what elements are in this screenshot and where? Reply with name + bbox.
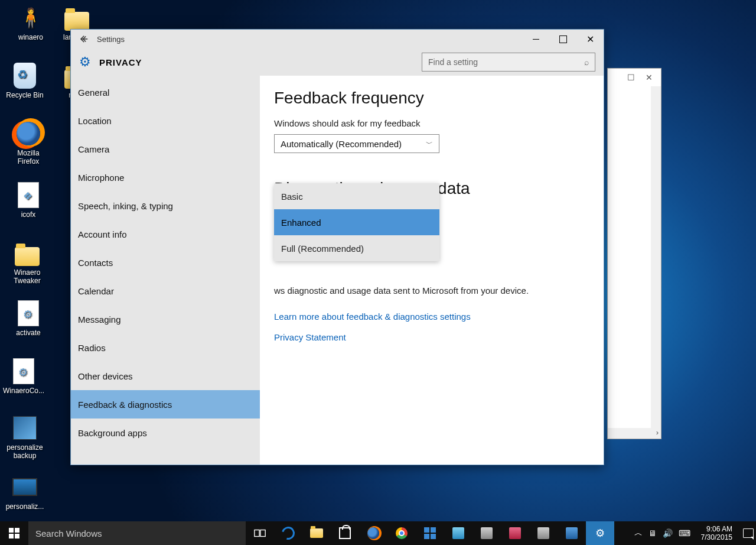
background-window: ☐ ✕ › — [607, 68, 662, 439]
sidebar-item-account[interactable]: Account info — [71, 220, 260, 248]
back-button[interactable] — [76, 30, 93, 48]
privacy-statement-link[interactable]: Privacy Statement — [274, 332, 589, 342]
file-icon: ⚙ — [9, 357, 38, 385]
desktop-icon-winaero[interactable]: 🧍 winaero — [8, 4, 53, 41]
sidebar-item-microphone[interactable]: Microphone — [71, 163, 260, 192]
dropdown-option-enhanced[interactable]: Enhanced — [274, 209, 439, 235]
settings-header: ⚙ PRIVACY Find a setting ⌕ — [71, 48, 604, 76]
settings-window: Settings ✕ ⚙ PRIVACY Find a setting ⌕ Ge… — [70, 29, 604, 465]
sidebar-item-background-apps[interactable]: Background apps — [71, 419, 260, 447]
settings-content: Feedback frequency Windows should ask fo… — [260, 76, 604, 465]
feedback-label: Windows should ask for my feedback — [274, 118, 589, 128]
monitor-icon — [11, 473, 39, 501]
feedback-frequency-dropdown[interactable]: Automatically (Recommended) ﹀ — [274, 134, 439, 153]
diagnostic-description: ws diagnostic and usage data sent to Mic… — [274, 284, 589, 297]
window-controls: ✕ — [522, 30, 604, 48]
arrow-left-icon — [79, 34, 90, 44]
folder-icon — [13, 239, 41, 267]
sidebar-item-calendar[interactable]: Calendar — [71, 277, 260, 305]
taskbar-app-2[interactable] — [472, 521, 501, 545]
sidebar-item-location[interactable]: Location — [71, 106, 260, 135]
search-input[interactable]: Find a setting ⌕ — [422, 53, 595, 72]
sidebar-item-label: Microphone — [78, 173, 124, 183]
taskbar-app-settings[interactable]: ⚙ — [586, 521, 614, 545]
action-center-icon[interactable] — [743, 528, 754, 538]
cube-icon — [11, 414, 39, 442]
tray-clock[interactable]: 9:06 AM 7/30/2015 — [696, 525, 737, 541]
sidebar-item-messaging[interactable]: Messaging — [71, 305, 260, 333]
dropdown-option-full[interactable]: Full (Recommended) — [274, 235, 439, 261]
sidebar-item-label: Feedback & diagnostics — [78, 400, 172, 410]
sidebar-item-feedback[interactable]: Feedback & diagnostics — [71, 390, 260, 419]
desktop-icon-label: Mozilla Firefox — [17, 149, 39, 166]
firefox-icon — [14, 119, 43, 148]
app-icon — [452, 527, 464, 539]
firefox-icon — [367, 527, 379, 539]
dropdown-value: Automatically (Recommended) — [281, 139, 402, 149]
tray-volume-icon[interactable]: 🔊 — [663, 528, 673, 538]
task-view-button[interactable] — [246, 521, 274, 545]
maximize-button[interactable] — [549, 30, 576, 48]
desktop-icon-winaeroco[interactable]: ⚙ WinaeroCo... — [1, 357, 46, 395]
desktop-icon-firefox[interactable]: Mozilla Firefox — [6, 119, 51, 166]
taskbar-app-explorer[interactable] — [302, 521, 331, 545]
close-icon[interactable]: ✕ — [646, 73, 653, 82]
chrome-icon — [396, 527, 408, 539]
taskbar-app-store[interactable] — [331, 521, 359, 545]
sidebar-item-camera[interactable]: Camera — [71, 135, 260, 163]
taskbar-app-5[interactable] — [558, 521, 586, 545]
diagnostic-dropdown-popup: Basic Enhanced Full (Recommended) — [274, 183, 439, 261]
windows-logo-icon — [9, 528, 19, 538]
learn-more-link[interactable]: Learn more about feedback & diagnostics … — [274, 312, 589, 322]
page-title: PRIVACY — [99, 57, 142, 67]
desktop-icon-recycle-bin[interactable]: Recycle Bin — [2, 61, 47, 99]
sidebar-item-other-devices[interactable]: Other devices — [71, 362, 260, 390]
taskbar-search[interactable]: Search Windows — [28, 521, 246, 545]
desktop-icon-winaero-tweaker[interactable]: Winaero Tweaker — [5, 239, 50, 285]
taskbar-app-chrome[interactable] — [387, 521, 416, 545]
minimize-button[interactable] — [522, 30, 549, 48]
desktop-icon-activate[interactable]: ⚙ activate — [6, 299, 51, 337]
system-tray: ︿ 🖥 🔊 ⌨ 9:06 AM 7/30/2015 — [634, 525, 756, 541]
desktop-icon-icofx[interactable]: ❖ icofx — [6, 181, 51, 219]
task-view-icon — [253, 527, 266, 540]
close-button[interactable]: ✕ — [576, 30, 604, 48]
app-icon — [537, 527, 549, 539]
chevron-down-icon: ﹀ — [426, 139, 433, 149]
app-icon — [481, 527, 493, 539]
sidebar-item-radios[interactable]: Radios — [71, 333, 260, 362]
sidebar-item-label: Camera — [78, 144, 109, 154]
sidebar-item-label: Location — [78, 116, 112, 126]
desktop-icon-label: icofx — [21, 210, 36, 219]
taskbar-app-1[interactable] — [444, 521, 472, 545]
gear-icon: ⚙ — [79, 54, 91, 70]
dropdown-option-label: Enhanced — [281, 218, 321, 228]
titlebar[interactable]: Settings ✕ — [71, 30, 604, 48]
desktop-icon-personaliz[interactable]: personaliz... — [2, 473, 47, 511]
taskbar: Search Windows ⚙ ︿ 🖥 🔊 ⌨ 9:06 AM 7/30/20… — [0, 521, 756, 545]
svg-rect-1 — [260, 530, 265, 537]
taskbar-app-firefox[interactable] — [359, 521, 387, 545]
maximize-icon[interactable]: ☐ — [627, 73, 635, 82]
sidebar-item-label: Calendar — [78, 286, 114, 296]
tray-screen-icon[interactable]: 🖥 — [649, 528, 657, 538]
start-button[interactable] — [0, 521, 28, 545]
sidebar-item-speech[interactable]: Speech, inking, & typing — [71, 192, 260, 220]
taskbar-app-edge[interactable] — [274, 521, 302, 545]
scrollbar-vertical[interactable] — [651, 86, 661, 428]
sidebar-item-general[interactable]: General — [71, 78, 260, 106]
desktop-icon-personalize-backup[interactable]: personalize backup — [2, 414, 47, 460]
scrollbar-horizontal[interactable]: › — [608, 428, 661, 439]
svg-rect-0 — [255, 530, 259, 537]
tray-keyboard-icon[interactable]: ⌨ — [679, 528, 690, 538]
sidebar-item-contacts[interactable]: Contacts — [71, 248, 260, 277]
desktop-icon-label: activate — [16, 329, 40, 337]
dropdown-option-label: Full (Recommended) — [281, 244, 364, 254]
window-title: Settings — [97, 35, 125, 44]
taskbar-app-4[interactable] — [529, 521, 558, 545]
search-placeholder: Find a setting — [428, 57, 478, 67]
tray-chevron-up-icon[interactable]: ︿ — [634, 528, 643, 538]
taskbar-app-grid[interactable] — [416, 521, 444, 545]
taskbar-app-3[interactable] — [501, 521, 529, 545]
dropdown-option-basic[interactable]: Basic — [274, 183, 439, 209]
